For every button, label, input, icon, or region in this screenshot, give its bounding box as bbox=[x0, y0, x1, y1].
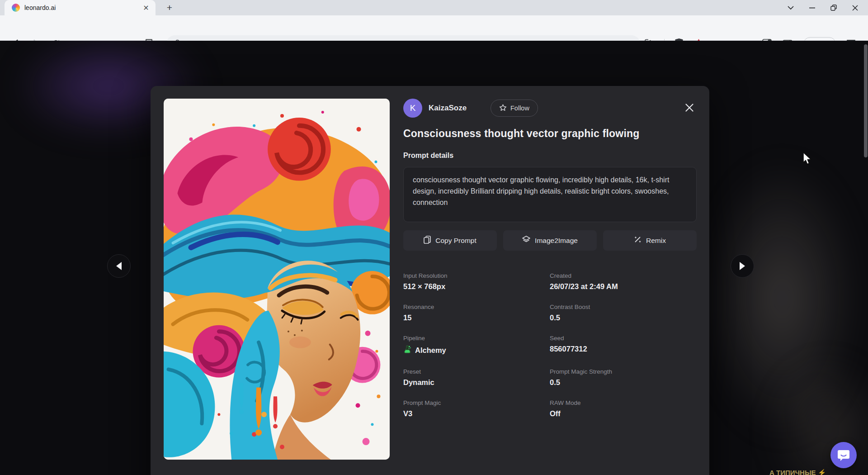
new-tab-button[interactable]: + bbox=[164, 2, 175, 14]
detail-pipeline: Pipeline Alchemy bbox=[403, 335, 550, 356]
author-name[interactable]: KaizaSoze bbox=[429, 104, 467, 113]
follow-button[interactable]: Follow bbox=[491, 100, 538, 117]
detail-created: Created 26/07/23 at 2:49 AM bbox=[550, 272, 697, 291]
detail-prompt-magic: Prompt Magic V3 bbox=[403, 399, 550, 418]
tab-title: leonardo.ai bbox=[24, 4, 141, 11]
previous-arrow-icon bbox=[116, 262, 122, 270]
layers-icon bbox=[522, 236, 530, 245]
detail-input-resolution: Input Resolution 512 × 768px bbox=[403, 272, 550, 291]
tab-search-chevron-icon[interactable] bbox=[788, 6, 794, 10]
browser-tab-strip: leonardo.ai ✕ + bbox=[0, 0, 868, 15]
video-watermark: А ТИПИЧНЫЕ ⚡ bbox=[769, 469, 826, 475]
support-chat-button[interactable] bbox=[830, 442, 857, 468]
browser-toolbar: app.leonardo.ai bbox=[0, 15, 868, 41]
avatar[interactable]: K bbox=[403, 99, 422, 118]
detail-contrast-boost: Contrast Boost 0.5 bbox=[550, 304, 697, 322]
next-arrow-icon bbox=[740, 262, 745, 270]
detail-preset: Preset Dynamic bbox=[403, 368, 550, 387]
image-title: Consciousness thought vector graphic flo… bbox=[403, 128, 697, 140]
remix-wand-icon bbox=[634, 236, 642, 245]
detail-seed: Seed 856077312 bbox=[550, 335, 697, 356]
detail-resonance: Resonance 15 bbox=[403, 304, 550, 322]
alchemy-flask-icon bbox=[403, 345, 411, 356]
window-restore-button[interactable] bbox=[830, 5, 837, 11]
page-scrollbar[interactable] bbox=[864, 44, 868, 157]
copy-prompt-button[interactable]: Copy Prompt bbox=[403, 230, 497, 251]
next-image-button[interactable] bbox=[731, 254, 754, 278]
generation-details: Input Resolution 512 × 768px Created 26/… bbox=[403, 272, 697, 418]
detail-prompt-magic-strength: Prompt Magic Strength 0.5 bbox=[550, 368, 697, 387]
image-detail-modal: K KaizaSoze Follow Consciousness thought… bbox=[151, 86, 709, 475]
mouse-cursor bbox=[802, 152, 812, 167]
detail-raw-mode: RAW Mode Off bbox=[550, 399, 697, 418]
prompt-details-heading: Prompt details bbox=[403, 152, 697, 160]
generated-image[interactable] bbox=[164, 99, 390, 460]
screen: leonardo.ai ✕ + bbox=[0, 0, 868, 475]
modal-close-button[interactable] bbox=[683, 101, 696, 114]
remix-button[interactable]: Remix bbox=[603, 230, 697, 251]
leonardo-favicon-icon bbox=[12, 4, 20, 12]
chat-icon bbox=[837, 449, 850, 461]
star-icon bbox=[499, 104, 507, 113]
page-backdrop: K KaizaSoze Follow Consciousness thought… bbox=[0, 41, 868, 475]
window-close-button[interactable] bbox=[852, 5, 858, 11]
copy-icon bbox=[424, 236, 431, 246]
window-minimize-button[interactable] bbox=[809, 7, 815, 9]
prompt-text-box[interactable]: consciousness thought vector graphic flo… bbox=[403, 167, 697, 222]
browser-tab[interactable]: leonardo.ai ✕ bbox=[5, 0, 156, 15]
previous-image-button[interactable] bbox=[107, 254, 131, 278]
image2image-button[interactable]: Image2Image bbox=[503, 230, 597, 251]
tab-close-icon[interactable]: ✕ bbox=[141, 3, 151, 13]
